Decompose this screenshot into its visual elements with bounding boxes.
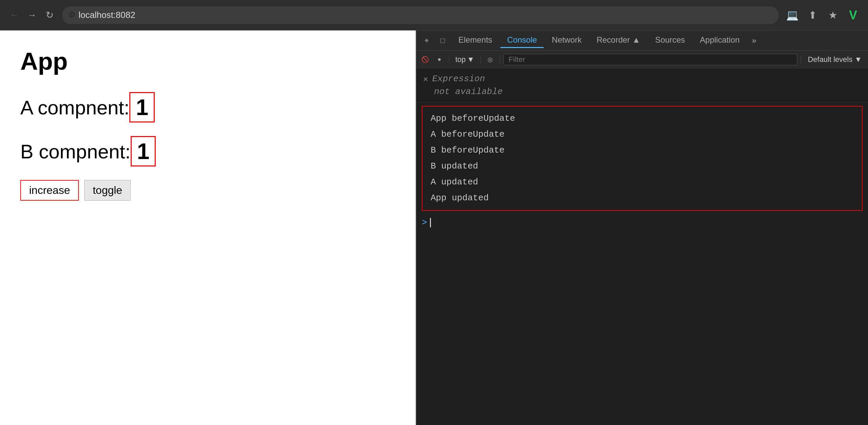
log-entry-0: App beforeUpdate (422, 111, 862, 127)
device-toolbar-icon[interactable]: □ (435, 33, 450, 48)
back-button[interactable]: ← (7, 8, 22, 23)
log-entry-5: App updated (422, 190, 862, 206)
toolbar-separator-4 (801, 55, 801, 64)
more-tabs-button[interactable]: » (748, 33, 760, 48)
buttons-row: increase toggle (20, 180, 395, 201)
expression-header: ✕ Expression (423, 74, 861, 84)
toolbar-separator-2 (480, 55, 481, 64)
component-b-label: B compnent: (20, 140, 131, 163)
log-entry-3: B updated (422, 158, 862, 174)
expression-close-icon[interactable]: ✕ (423, 74, 428, 84)
console-log-area: App beforeUpdate A beforeUpdate B before… (422, 106, 863, 211)
expression-area: ✕ Expression not available (416, 68, 868, 103)
lock-icon: ⓘ (69, 12, 74, 19)
nav-buttons: ← → ↻ (7, 8, 57, 23)
expression-value: not available (423, 87, 861, 97)
console-cursor (430, 218, 431, 227)
context-dropdown-icon: ▼ (467, 55, 475, 64)
tab-sources[interactable]: Sources (648, 33, 692, 48)
toolbar-separator-3 (500, 55, 500, 64)
webpage-panel: App A compnent: 1 B compnent: 1 increase… (0, 30, 416, 425)
component-a-row: A compnent: 1 (20, 92, 395, 122)
tab-elements[interactable]: Elements (452, 33, 499, 48)
expression-label: Expression (432, 74, 485, 84)
context-value: top (455, 55, 466, 64)
clear-console-icon[interactable]: 🚫 (419, 53, 431, 66)
bookmark-button[interactable]: ★ (825, 7, 841, 23)
tab-console[interactable]: Console (500, 33, 544, 48)
component-b-row: B compnent: 1 (20, 136, 395, 166)
inspect-element-icon[interactable]: ⌖ (419, 33, 434, 48)
reload-button[interactable]: ↻ (42, 8, 57, 23)
forward-button[interactable]: → (24, 8, 39, 23)
console-prompt-icon: > (422, 218, 427, 228)
default-levels-label: Default levels (808, 55, 852, 64)
increase-button[interactable]: increase (20, 180, 79, 201)
extension-button[interactable]: V (845, 7, 861, 23)
share-button[interactable]: ⬆ (804, 7, 821, 23)
url-text: localhost:8082 (79, 10, 135, 20)
address-bar[interactable]: ⓘ localhost:8082 (62, 6, 779, 24)
component-a-label: A compnent: (20, 96, 129, 119)
browser-chrome: ← → ↻ ⓘ localhost:8082 💻 ⬆ ★ V (0, 0, 868, 30)
log-entry-1: A beforeUpdate (422, 127, 862, 142)
tab-network[interactable]: Network (545, 33, 588, 48)
component-b-value: 1 (131, 136, 156, 166)
tab-recorder[interactable]: Recorder ▲ (590, 33, 647, 48)
toolbar-right: 💻 ⬆ ★ V (784, 7, 861, 23)
log-entry-4: A updated (422, 174, 862, 190)
screen-share-button[interactable]: 💻 (784, 7, 800, 23)
context-selector[interactable]: top ▼ (453, 54, 477, 65)
component-a-value: 1 (129, 92, 155, 122)
devtools-toolbar: 🚫 ● top ▼ ◎ Default levels ▼ (416, 51, 868, 68)
main-area: App A compnent: 1 B compnent: 1 increase… (0, 30, 868, 425)
eye-icon[interactable]: ◎ (484, 53, 496, 66)
filter-input[interactable] (503, 54, 797, 65)
no-icon[interactable]: ● (433, 53, 446, 66)
console-content: ✕ Expression not available App beforeUpd… (416, 68, 868, 425)
toggle-button[interactable]: toggle (84, 180, 131, 201)
app-title: App (20, 47, 395, 75)
tab-application[interactable]: Application (693, 33, 746, 48)
default-levels-selector[interactable]: Default levels ▼ (804, 54, 865, 65)
toolbar-separator-1 (449, 55, 449, 64)
levels-dropdown-icon: ▼ (854, 55, 862, 64)
log-entry-2: B beforeUpdate (422, 142, 862, 158)
devtools-panel: ⌖ □ Elements Console Network Recorder ▲ … (416, 30, 868, 425)
devtools-tabs: ⌖ □ Elements Console Network Recorder ▲ … (416, 30, 868, 51)
console-input-line[interactable]: > (416, 214, 868, 231)
